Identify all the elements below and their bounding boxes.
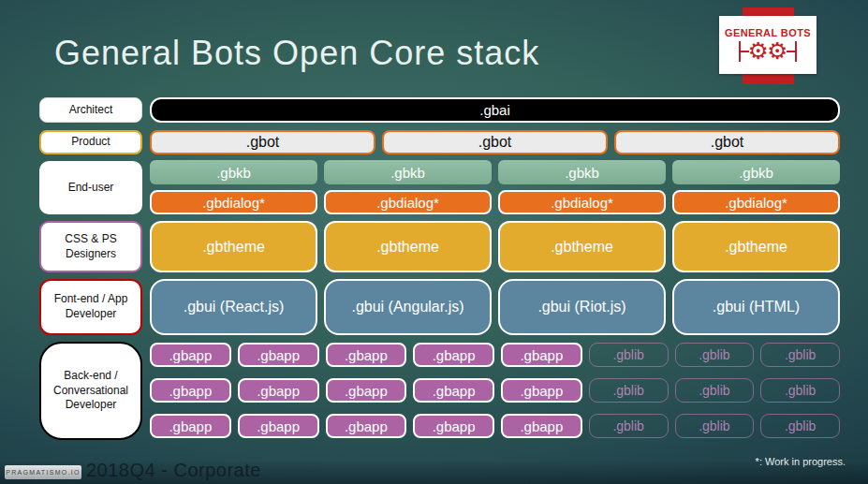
gbui-react-box: .gbui (React.js): [150, 279, 317, 335]
row-gbdialog: .gbdialog* .gbdialog* .gbdialog* .gbdial…: [150, 190, 840, 214]
gbot-box: .gbot: [382, 130, 608, 154]
gbdialog-box: .gbdialog*: [672, 190, 840, 214]
gbapp-box: .gbapp: [238, 414, 319, 438]
gblib-box: .gblib: [589, 378, 669, 403]
gbkb-box: .gbkb: [498, 160, 666, 184]
gbai-box: .gbai: [150, 97, 840, 123]
row-backend-2: .gbapp .gbapp .gbapp .gbapp .gbapp .gbli…: [150, 378, 840, 403]
label-product: Product: [39, 130, 142, 154]
general-bots-logo: GENERAL BOTS ⚙⚙: [719, 16, 817, 74]
gbapp-box: .gbapp: [238, 378, 319, 403]
gbapp-box: .gbapp: [150, 414, 231, 438]
gbapp-box: .gbapp: [501, 378, 582, 403]
row-gbkb: .gbkb .gbkb .gbkb .gbkb: [150, 160, 840, 184]
gbdialog-box: .gbdialog*: [324, 190, 492, 214]
gbkb-box: .gbkb: [672, 160, 840, 184]
gear-line-icon: [787, 51, 795, 52]
label-frontend-app-developer: Font-end / App Developer: [39, 279, 142, 335]
gbot-box: .gbot: [150, 130, 375, 154]
gbapp-box: .gbapp: [326, 343, 407, 367]
row-backend-1: .gbapp .gbapp .gbapp .gbapp .gbapp .gbli…: [150, 343, 840, 367]
gbkb-box: .gbkb: [150, 160, 317, 184]
gear-icon: ⚙: [767, 40, 787, 63]
gbapp-box: .gbapp: [150, 343, 231, 367]
gbtheme-box: .gbtheme: [498, 221, 666, 272]
slide: General Bots Open Core stack GENERAL BOT…: [0, 0, 868, 484]
gbapp-box: .gbapp: [326, 378, 407, 403]
gbtheme-box: .gbtheme: [672, 221, 840, 272]
gbapp-box: .gbapp: [413, 343, 494, 367]
gbot-box: .gbot: [614, 130, 840, 154]
label-css-ps-designers: CSS & PS Designers: [39, 221, 142, 272]
gbapp-box: .gbapp: [501, 343, 582, 367]
row-backend-3: .gbapp .gbapp .gbapp .gbapp .gbapp .gbli…: [150, 414, 840, 438]
gbapp-box: .gbapp: [501, 414, 582, 438]
gbui-angular-box: .gbui (Angular.js): [324, 279, 492, 335]
gblib-box: .gblib: [760, 414, 840, 438]
gbapp-box: .gbapp: [326, 414, 407, 438]
gbtheme-box: .gbtheme: [324, 221, 492, 272]
gblib-box: .gblib: [760, 343, 840, 367]
row-gbui: .gbui (React.js) .gbui (Angular.js) .gbu…: [150, 279, 840, 335]
gbapp-box: .gbapp: [150, 378, 231, 403]
row-gbai: .gbai: [150, 97, 840, 123]
label-end-user: End-user: [39, 161, 142, 214]
slide-version-text: 2018Q4 - Corporate: [86, 460, 261, 481]
row-gbtheme: .gbtheme .gbtheme .gbtheme .gbtheme: [150, 221, 840, 272]
page-title: General Bots Open Core stack: [54, 34, 539, 73]
gbkb-box: .gbkb: [324, 160, 492, 184]
pragmatismo-logo: PRAGMATISMO.IO: [5, 465, 81, 479]
label-architect: Architect: [39, 97, 142, 123]
gblib-box: .gblib: [675, 414, 755, 438]
gbapp-box: .gbapp: [413, 378, 494, 403]
gblib-box: .gblib: [675, 343, 755, 367]
gear-icon: ⚙: [748, 40, 769, 63]
gblib-box: .gblib: [760, 378, 840, 403]
gblib-box: .gblib: [675, 378, 755, 403]
gblib-box: .gblib: [589, 343, 669, 367]
gears-icon: ⚙⚙: [739, 40, 798, 63]
gbapp-box: .gbapp: [238, 343, 319, 367]
gbdialog-box: .gbdialog*: [150, 190, 317, 214]
work-in-progress-note: *: Work in progress.: [756, 456, 846, 467]
gbui-riot-box: .gbui (Riot.js): [498, 279, 666, 335]
gear-endbar-icon: [795, 41, 797, 62]
gbtheme-box: .gbtheme: [150, 221, 317, 272]
label-backend-conversational-developer: Back-end / Conversational Developer: [39, 342, 142, 440]
gbdialog-box: .gbdialog*: [498, 190, 666, 214]
gbui-html-box: .gbui (HTML): [672, 279, 840, 335]
row-gbot: .gbot .gbot .gbot: [150, 130, 840, 154]
gblib-box: .gblib: [589, 414, 669, 438]
gbapp-box: .gbapp: [413, 414, 494, 438]
